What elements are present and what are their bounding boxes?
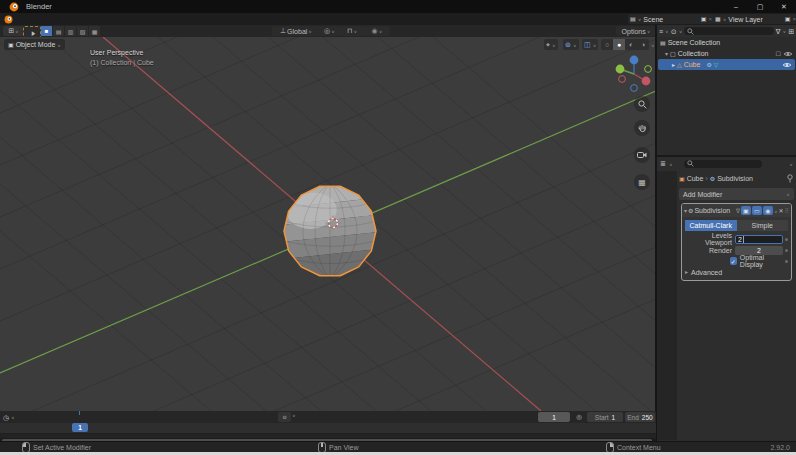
gizmos-dropdown[interactable]: ⌖∨: [544, 39, 558, 50]
keying-set-icon[interactable]: ◎: [573, 412, 585, 422]
snap-dropdown[interactable]: ⊓∨: [339, 26, 365, 36]
scene-selector[interactable]: ▤∨ Scene ▣ ×: [628, 14, 714, 24]
new-scene-icon[interactable]: ▣: [701, 16, 707, 22]
pin-icon[interactable]: [786, 174, 794, 183]
properties-search-input[interactable]: [684, 160, 762, 168]
frame-start-field[interactable]: Start1: [587, 412, 623, 422]
unlink-view-layer-icon[interactable]: ×: [792, 16, 796, 22]
tool-settings-bar: ⊞∨ ▲ ■ ▤ ▥ ▧ ▦ ⊥ Global ∨ ◎∨ ⊓∨ ◉∨ Optio…: [0, 25, 656, 37]
ortho-toggle-button[interactable]: ▦: [634, 174, 650, 190]
mode-label: Object Mode: [16, 41, 56, 48]
advanced-label: Advanced: [691, 269, 722, 276]
show-viewport-icon[interactable]: ▭: [752, 206, 762, 215]
breadcrumb-modifier[interactable]: Subdivision: [717, 175, 753, 182]
version-label: 2.92.0: [771, 444, 790, 451]
add-modifier-dropdown[interactable]: Add Modifier ∨: [679, 188, 794, 200]
new-collection-icon[interactable]: ⊞: [788, 28, 794, 35]
transform-orientation-dropdown[interactable]: ⊥ Global ∨: [272, 26, 320, 36]
select-mode-invert[interactable]: ▧: [77, 26, 88, 36]
outliner-row-scene-collection[interactable]: ▤ Scene Collection: [657, 37, 796, 48]
middle-mouse-hint: Pan View: [318, 442, 358, 453]
shading-solid-icon[interactable]: ●: [613, 39, 625, 50]
keying-extras-caret[interactable]: ∨: [292, 413, 296, 421]
levels-viewport-field[interactable]: 2: [735, 235, 783, 244]
select-mode-intersect[interactable]: ▦: [89, 26, 100, 36]
delete-modifier-icon[interactable]: ✕: [779, 208, 784, 214]
overlays-dropdown[interactable]: ⊚∨: [563, 39, 579, 50]
pivot-point-dropdown[interactable]: ◎∨: [319, 26, 340, 36]
object-mode-icon: ▣: [8, 42, 14, 48]
properties-editor-icon[interactable]: ≣: [660, 160, 666, 167]
show-on-cage-icon[interactable]: ∇: [736, 208, 740, 214]
options-label: Options: [622, 28, 646, 35]
expand-arrow-icon[interactable]: ▸: [672, 62, 675, 68]
modifier-header: ▾ ⚙ Subdivision ∇ ▣ ▭ ◉ ∨ ✕ ⠿: [682, 204, 791, 217]
show-render-icon[interactable]: ◉: [763, 206, 773, 215]
simple-button[interactable]: Simple: [737, 220, 789, 231]
status-bar: Set Active Modifier Pan View Context Men…: [0, 441, 796, 452]
select-mode-subtract[interactable]: ▥: [65, 26, 76, 36]
breadcrumb-object[interactable]: Cube: [687, 175, 704, 182]
hand-icon: [638, 124, 647, 133]
mode-dropdown[interactable]: ▣ Object Mode ∨: [4, 39, 65, 50]
current-frame-marker[interactable]: 1: [72, 423, 88, 432]
funnel-filter-icon[interactable]: ∇: [776, 28, 781, 35]
outliner-display-mode-icon[interactable]: ≡: [659, 28, 663, 35]
catmull-clark-button[interactable]: Catmull-Clark: [685, 220, 737, 231]
gizmo-z-axis: [630, 56, 639, 65]
zoom-button[interactable]: [634, 96, 650, 112]
animate-dot[interactable]: [785, 260, 788, 263]
exclude-checkbox-icon[interactable]: ☐: [776, 51, 781, 57]
modifier-extras-caret[interactable]: ∨: [774, 208, 778, 213]
animate-dot[interactable]: [785, 249, 788, 252]
frame-end-field[interactable]: End250: [625, 412, 655, 422]
shading-rendered-icon[interactable]: ◑: [637, 39, 649, 50]
blender-menu-icon[interactable]: [4, 15, 13, 24]
view-layer-selector[interactable]: ▦∨ View Layer ▣ ×: [713, 14, 796, 24]
new-view-layer-icon[interactable]: ▣: [785, 16, 791, 22]
editor-type-viewport-button[interactable]: ⊞∨: [3, 26, 24, 36]
select-mode-new[interactable]: ■: [41, 26, 52, 36]
advanced-section[interactable]: ▸ Advanced: [685, 267, 788, 277]
shading-wireframe-icon[interactable]: ○: [601, 39, 613, 50]
timeline-ruler[interactable]: 1: [0, 423, 656, 434]
animate-dot[interactable]: [785, 238, 788, 241]
pan-button[interactable]: [634, 120, 650, 136]
gizmo-z-neg: [631, 85, 638, 92]
outliner-search-input[interactable]: [684, 27, 773, 35]
unlink-scene-icon[interactable]: ×: [708, 16, 712, 22]
xray-dropdown[interactable]: ◫∨: [582, 39, 598, 50]
optimal-display-checkbox[interactable]: ✓: [730, 257, 737, 265]
proportional-editing-dropdown[interactable]: ◉∨: [364, 26, 390, 36]
close-button[interactable]: ✕: [772, 0, 796, 13]
drag-handle-icon[interactable]: ⠿: [785, 208, 789, 214]
camera-view-button[interactable]: [634, 147, 650, 163]
viewport-canvas[interactable]: ▣ Object Mode ∨ ⌖∨ ⊚∨ ◫∨ ○ ● ◐ ◑ ∨ User …: [0, 37, 655, 411]
show-edit-mode-icon[interactable]: ▣: [741, 206, 751, 215]
properties-options-caret[interactable]: ∨: [789, 161, 793, 166]
auto-keying-button[interactable]: ⊙: [278, 412, 291, 422]
outliner-filter-icon[interactable]: ⊙: [671, 28, 677, 35]
right-mouse-hint: Context Menu: [606, 442, 661, 453]
eye-icon[interactable]: [783, 50, 793, 58]
select-mode-extend[interactable]: ▤: [53, 26, 64, 36]
expand-panel-icon[interactable]: ▾: [684, 208, 687, 214]
outliner-row-collection[interactable]: ▾ ▢ Collection ☐: [657, 48, 796, 59]
gizmo-x-neg: [619, 76, 626, 83]
options-dropdown[interactable]: Options∨: [616, 26, 656, 36]
collection-label: Collection: [678, 50, 709, 57]
maximize-button[interactable]: ▢: [748, 0, 772, 13]
navigation-gizmo[interactable]: [610, 50, 655, 98]
shading-material-icon[interactable]: ◐: [625, 39, 637, 50]
subdivided-cube-mesh[interactable]: [282, 183, 378, 279]
current-frame-field[interactable]: 1: [538, 412, 570, 422]
minimize-button[interactable]: –: [724, 0, 748, 13]
modifier-name-field[interactable]: Subdivision: [694, 207, 734, 214]
outliner-row-cube[interactable]: ▸ △ Cube ⚙ ▽: [658, 59, 795, 70]
eye-icon[interactable]: [782, 61, 792, 69]
add-modifier-label: Add Modifier: [683, 191, 722, 198]
grid-icon: ▦: [638, 178, 646, 187]
expand-arrow-icon[interactable]: ▾: [665, 51, 668, 57]
viewport-editor-icon: ⊞: [8, 27, 14, 35]
timeline-editor-icon[interactable]: ◷: [3, 414, 9, 421]
